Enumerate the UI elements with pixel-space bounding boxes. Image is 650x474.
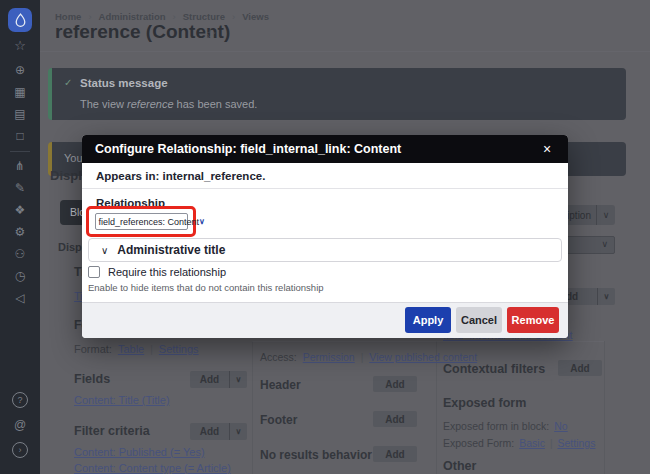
- add-label: Add: [373, 379, 417, 390]
- exposed-form-basic-link[interactable]: Basic: [519, 437, 545, 449]
- format-table-link[interactable]: Table: [118, 343, 144, 355]
- breadcrumb-separator: ›: [232, 11, 235, 22]
- appearance-brush-icon[interactable]: ✎: [0, 180, 40, 196]
- people-icon[interactable]: ⚇: [0, 246, 40, 262]
- admin-sidebar: ☆ ⊕ ▦ ▤ □ ⋔ ✎ ❖ ⚙ ⚇ ◷ ◁ ? @ ›: [0, 0, 40, 474]
- column-divider: [252, 341, 253, 474]
- chevron-down-icon: ∨: [199, 217, 205, 226]
- format-settings-link[interactable]: Settings: [159, 343, 199, 355]
- reports-clock-icon[interactable]: ◷: [0, 268, 40, 284]
- exposed-block-link[interactable]: No: [554, 420, 567, 432]
- pipe-separator: |: [361, 352, 364, 363]
- filter-published-link[interactable]: Content: Published (= Yes): [74, 446, 205, 458]
- filter-add-button[interactable]: Add ∨: [190, 423, 247, 440]
- help-icon[interactable]: ?: [12, 392, 28, 408]
- header-add-button[interactable]: Add: [373, 376, 417, 392]
- content-page-icon[interactable]: ▤: [0, 106, 40, 122]
- pipe-separator: |: [150, 344, 153, 355]
- status-message: ✓ Status message The view reference has …: [48, 68, 626, 120]
- access-permission-link[interactable]: Permission: [303, 351, 355, 363]
- chevron-down-icon: ∨: [229, 371, 247, 388]
- contextual-filters-heading: Contextual filters: [443, 362, 545, 376]
- warning-message-text: You: [64, 152, 83, 164]
- no-results-add-button[interactable]: Add: [373, 446, 417, 462]
- configuration-gear-icon[interactable]: ⚙: [0, 224, 40, 240]
- require-relationship-row: Require this relationship: [88, 266, 226, 278]
- contextual-filters-add-button[interactable]: Add: [558, 360, 602, 376]
- footer-add-button[interactable]: Add: [373, 411, 417, 427]
- breadcrumb-views[interactable]: Views: [242, 11, 269, 22]
- filter-criteria-heading: Filter criteria: [74, 424, 150, 438]
- dialog-footer: Apply Cancel Remove: [82, 302, 568, 338]
- chevron-down-icon: ∨: [229, 423, 247, 440]
- format-label: Format:: [74, 343, 112, 355]
- add-label: Add: [373, 414, 417, 425]
- collapse-sidebar-icon[interactable]: ›: [12, 442, 28, 458]
- appears-in-text: Appears in: internal_reference.: [96, 170, 265, 182]
- relationship-select-value: field_references: Content: [99, 217, 200, 227]
- require-relationship-label[interactable]: Require this relationship: [108, 266, 226, 278]
- sidebar-divider: [10, 151, 30, 152]
- relationship-select-highlight: field_references: Content ∨: [86, 206, 196, 237]
- status-text-prefix: The view: [80, 98, 127, 110]
- drupal-logo-icon[interactable]: [8, 8, 32, 32]
- mentions-at-icon[interactable]: @: [0, 417, 40, 433]
- header-section-heading: Header: [260, 378, 301, 392]
- column-divider: [604, 341, 605, 474]
- exposed-form-label: Exposed Form:: [443, 437, 514, 449]
- status-message-title: Status message: [80, 77, 168, 89]
- header-divider: [40, 51, 650, 52]
- drupal-views-screen: ☆ ⊕ ▦ ▤ □ ⋔ ✎ ❖ ⚙ ⚇ ◷ ◁ ? @ › Home › Adm…: [0, 0, 650, 474]
- extend-icon[interactable]: ❖: [0, 202, 40, 218]
- exposed-block-label: Exposed form in block:: [443, 420, 549, 432]
- fields-add-button[interactable]: Add ∨: [190, 371, 247, 388]
- access-label: Access:: [260, 351, 297, 363]
- administrative-title-details[interactable]: ∨ Administrative title: [88, 238, 562, 262]
- chevron-down-icon: ∨: [601, 239, 608, 249]
- cancel-button[interactable]: Cancel: [456, 307, 502, 333]
- status-message-text: The view reference has been saved.: [80, 98, 257, 110]
- footer-section-heading: Footer: [260, 413, 297, 427]
- pipe-separator: |: [550, 438, 553, 449]
- check-icon: ✓: [64, 77, 72, 88]
- add-label: Add: [558, 363, 602, 374]
- other-heading: Other: [443, 459, 476, 473]
- columns-top-divider: [252, 341, 604, 342]
- fields-heading: Fields: [74, 372, 110, 386]
- dialog-titlebar[interactable]: Configure Relationship: field_internal_l…: [82, 135, 568, 163]
- create-plus-icon[interactable]: ⊕: [0, 62, 40, 78]
- require-relationship-checkbox[interactable]: [88, 266, 100, 278]
- exposed-form-settings-link[interactable]: Settings: [558, 437, 596, 449]
- close-icon[interactable]: ×: [539, 141, 555, 157]
- exposed-form-row: Exposed Form: Basic | Settings: [443, 437, 595, 449]
- media-box-icon[interactable]: □: [0, 128, 40, 144]
- add-label: Add: [190, 374, 229, 385]
- no-results-heading: No results behavior: [260, 448, 372, 462]
- announcements-megaphone-icon[interactable]: ◁: [0, 290, 40, 306]
- status-view-name: reference: [127, 98, 173, 110]
- structure-icon[interactable]: ⋔: [0, 158, 40, 174]
- filter-content-type-link[interactable]: Content: Content type (= Article): [74, 462, 231, 474]
- add-label: Add: [190, 426, 229, 437]
- require-relationship-help: Enable to hide items that do not contain…: [88, 282, 324, 293]
- favorite-star-icon[interactable]: ☆: [204, 26, 217, 42]
- drupal-drop-glyph: [14, 13, 27, 28]
- remove-button[interactable]: Remove: [507, 307, 559, 333]
- administrative-title-label: Administrative title: [117, 243, 225, 257]
- dialog-divider: [82, 188, 568, 189]
- dialog-title: Configure Relationship: field_internal_l…: [95, 142, 539, 156]
- exposed-block-row: Exposed form in block: No: [443, 420, 568, 432]
- relationship-select[interactable]: field_references: Content ∨: [95, 213, 188, 230]
- apply-button[interactable]: Apply: [405, 307, 451, 333]
- favorites-star-icon[interactable]: ☆: [0, 38, 40, 54]
- chevron-down-icon: ∨: [596, 205, 615, 225]
- format-row: Format: Table | Settings: [74, 343, 199, 355]
- chevron-down-icon: ∨: [101, 245, 108, 256]
- exposed-form-heading: Exposed form: [443, 396, 526, 410]
- field-content-title-link[interactable]: Content: Title (Title): [74, 394, 170, 406]
- add-label: Add: [373, 449, 417, 460]
- status-text-suffix: has been saved.: [174, 98, 258, 110]
- chevron-down-icon: ∨: [597, 288, 615, 305]
- configure-relationship-dialog: Configure Relationship: field_internal_l…: [82, 135, 568, 338]
- blocks-grid-icon[interactable]: ▦: [0, 84, 40, 100]
